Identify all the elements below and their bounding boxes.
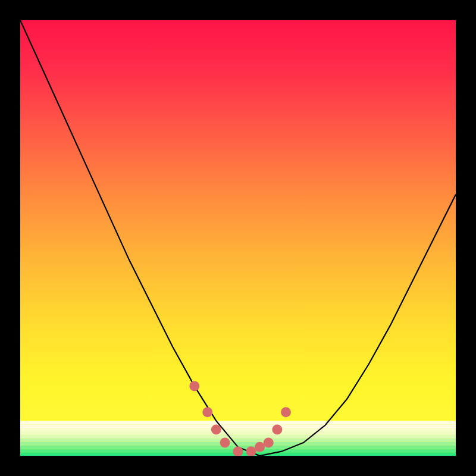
sample-marker [189, 381, 199, 391]
frame [0, 456, 476, 476]
zone-band [20, 421, 456, 424]
zone-band [20, 435, 456, 439]
frame [0, 0, 20, 476]
sample-marker [202, 407, 212, 417]
sample-marker [246, 446, 256, 456]
chart-container: TheBottleneck.com [0, 0, 476, 476]
sample-marker [211, 425, 221, 435]
sample-marker [264, 438, 274, 448]
chart-svg [0, 0, 476, 476]
frame [0, 0, 476, 20]
zone-band [20, 431, 456, 435]
zone-band [20, 428, 456, 431]
zone-band [20, 442, 456, 446]
frame [456, 0, 476, 476]
zone-band [20, 439, 456, 442]
sample-marker [272, 425, 282, 435]
zone-band [20, 424, 456, 428]
sample-marker [220, 438, 230, 448]
sample-marker [233, 446, 243, 456]
gradient-bg [20, 20, 456, 456]
sample-marker [281, 407, 291, 417]
sample-marker [255, 442, 265, 452]
